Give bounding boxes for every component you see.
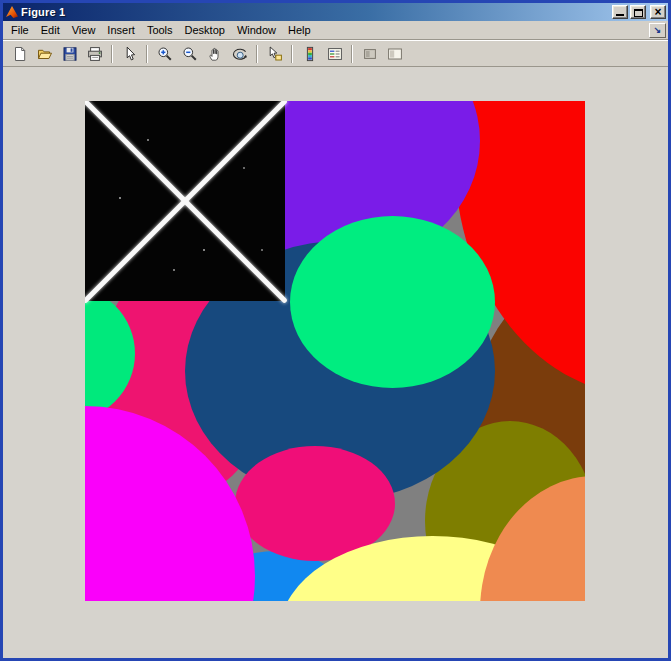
hide-plot-tools-icon xyxy=(362,46,378,62)
insert-legend-button[interactable] xyxy=(323,43,346,65)
printer-icon xyxy=(87,46,103,62)
menu-help[interactable]: Help xyxy=(282,22,317,38)
open-folder-icon xyxy=(37,46,53,62)
show-plot-tools-icon xyxy=(387,46,403,62)
zoom-in-icon xyxy=(157,46,173,62)
figure-canvas xyxy=(3,67,668,658)
toolbar-separator xyxy=(146,45,148,63)
title-bar[interactable]: Figure 1 × xyxy=(3,3,668,21)
menu-edit[interactable]: Edit xyxy=(35,22,66,38)
show-plot-tools-button[interactable] xyxy=(383,43,406,65)
legend-icon xyxy=(327,46,343,62)
toolbar-separator xyxy=(111,45,113,63)
menu-window[interactable]: Window xyxy=(231,22,282,38)
hide-plot-tools-button[interactable] xyxy=(358,43,381,65)
colorbar-icon xyxy=(302,46,318,62)
menu-file[interactable]: File xyxy=(5,22,35,38)
dock-arrow-icon: ↘ xyxy=(654,26,662,35)
toolbar-separator xyxy=(351,45,353,63)
dock-figure-button[interactable]: ↘ xyxy=(649,23,666,38)
window-title: Figure 1 xyxy=(21,6,65,18)
toolbar-separator xyxy=(256,45,258,63)
save-figure-button[interactable] xyxy=(58,43,81,65)
rotate-3d-button[interactable] xyxy=(228,43,251,65)
zoom-out-icon xyxy=(182,46,198,62)
open-file-button[interactable] xyxy=(33,43,56,65)
zoom-out-button[interactable] xyxy=(178,43,201,65)
figure-toolbar xyxy=(3,40,668,67)
minimize-icon xyxy=(616,14,624,16)
ellipse-springgreen xyxy=(290,216,495,388)
menu-insert[interactable]: Insert xyxy=(101,22,141,38)
figure-image xyxy=(85,101,585,601)
data-cursor-icon xyxy=(267,46,283,62)
data-cursor-button[interactable] xyxy=(263,43,286,65)
minimize-button[interactable] xyxy=(612,5,628,19)
close-button[interactable]: × xyxy=(650,5,666,19)
floppy-disk-icon xyxy=(62,46,78,62)
zoom-in-button[interactable] xyxy=(153,43,176,65)
menu-view[interactable]: View xyxy=(66,22,102,38)
rotate-3d-icon xyxy=(232,46,248,62)
pan-button[interactable] xyxy=(203,43,226,65)
x-square xyxy=(85,101,285,301)
hand-icon xyxy=(207,46,223,62)
new-figure-button[interactable] xyxy=(8,43,31,65)
matlab-icon xyxy=(6,6,18,18)
insert-colorbar-button[interactable] xyxy=(298,43,321,65)
print-figure-button[interactable] xyxy=(83,43,106,65)
menu-desktop[interactable]: Desktop xyxy=(179,22,231,38)
menu-tools[interactable]: Tools xyxy=(141,22,179,38)
selection-arrow-icon xyxy=(122,46,138,62)
menu-bar: File Edit View Insert Tools Desktop Wind… xyxy=(3,21,668,40)
new-document-icon xyxy=(12,46,28,62)
figure-window: Figure 1 × File Edit View Insert Tools D… xyxy=(0,0,671,661)
maximize-button[interactable] xyxy=(630,5,646,19)
toolbar-separator xyxy=(291,45,293,63)
edit-plot-button[interactable] xyxy=(118,43,141,65)
close-icon: × xyxy=(654,7,661,17)
window-controls: × xyxy=(612,5,666,19)
maximize-icon xyxy=(634,9,643,17)
